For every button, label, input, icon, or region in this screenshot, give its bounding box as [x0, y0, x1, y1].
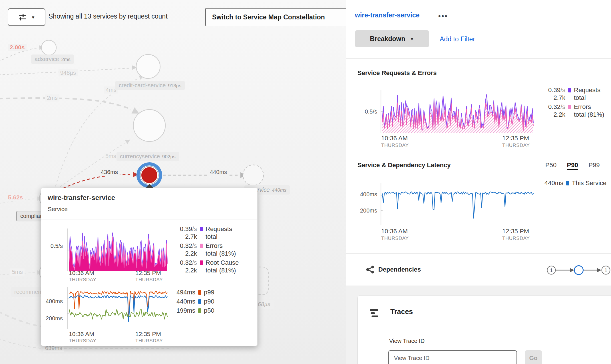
legend-row: 494msp99 — [175, 288, 214, 296]
x-end-day: THURSDAY — [135, 338, 163, 344]
switch-constellation-button[interactable]: Switch to Service Map Constellation — [205, 8, 346, 26]
upstream-count: 1 — [550, 267, 553, 273]
edge-latency-440ms: 440ms — [208, 169, 229, 176]
legend-row: 0.39/sRequests — [545, 86, 604, 94]
legend-swatch-spacer — [568, 96, 571, 100]
tooltip-latency-legend: 494msp99440msp90199msp50 — [175, 288, 214, 314]
divider — [346, 58, 611, 59]
label-adservice[interactable]: adservice2ms — [31, 54, 74, 64]
chevron-down-icon: ▼ — [31, 15, 35, 20]
latency-ytick-400: 400ms — [355, 191, 377, 198]
x-end-day: THURSDAY — [502, 143, 530, 148]
edge-latency-2s: 2.00s — [8, 44, 27, 51]
legend-swatch-icon — [568, 88, 571, 92]
legend-swatch-icon — [200, 244, 203, 248]
x-start-day: THURSDAY — [69, 338, 96, 344]
panel-latency-chart — [381, 183, 534, 226]
traces-card: Traces View Trace ID Go — [357, 295, 611, 364]
legend-row: 2.7ktotal — [545, 94, 604, 102]
service-latency: 902µs — [162, 154, 176, 159]
legend-row: 440msp90 — [175, 298, 214, 305]
requests-ytick-label: 0.5/s — [45, 243, 63, 249]
latency-ytick-200: 200ms — [42, 315, 63, 322]
tab-p50[interactable]: P50 — [545, 161, 556, 169]
divider — [346, 253, 611, 254]
legend-swatch-spacer — [200, 268, 203, 273]
label-credit-card-service[interactable]: credit-card-service913µs — [115, 81, 185, 90]
panel-requests-chart — [381, 90, 534, 133]
trace-id-input[interactable] — [388, 350, 517, 364]
x-start-time: 10:36 AM — [381, 135, 408, 142]
divider — [41, 219, 257, 219]
node-credit-card-service[interactable] — [136, 54, 160, 78]
service-map: 2.00s 948µs 2ms 4ms 5ms 436ms 440ms 5.62… — [0, 0, 346, 364]
legend-swatch-icon — [198, 308, 201, 313]
x-end-day: THURSDAY — [135, 277, 163, 283]
legend-swatch-icon — [200, 260, 203, 265]
chevron-down-icon: ▼ — [410, 37, 414, 41]
legend-swatch-spacer — [568, 112, 571, 117]
x-end-time: 12:35 PM — [502, 135, 529, 142]
x-start-time: 10:36 AM — [69, 270, 94, 276]
tab-p90[interactable]: P90 — [567, 161, 578, 170]
service-tooltip: wire-transfer-service Service 0.5/s 10:3… — [41, 188, 258, 346]
more-options-icon[interactable]: ••• — [438, 12, 448, 20]
panel-service-title-link[interactable]: wire-transfer-service — [355, 11, 419, 19]
node-currencyservice[interactable] — [133, 110, 165, 141]
legend-row: 0.39/sRequests — [176, 225, 239, 233]
traces-heading: Traces — [390, 308, 413, 316]
edge-latency-5ms-top: 5ms — [104, 153, 118, 160]
legend-row: 0.32/sErrors — [545, 103, 604, 111]
edge-latency-436ms: 436ms — [99, 169, 120, 176]
legend-row: 2.2ktotal (81%) — [176, 250, 239, 257]
service-latency: 913µs — [168, 83, 181, 88]
legend-row: 2.2ktotal (81%) — [545, 111, 604, 118]
breakdown-dropdown[interactable]: Breakdown ▼ — [355, 30, 429, 47]
edge-latency-5-62s: 5.62s — [6, 194, 25, 201]
go-button[interactable]: Go — [525, 350, 542, 364]
legend-row: 2.7ktotal — [176, 233, 239, 240]
legend-swatch-icon — [200, 227, 203, 231]
legend-swatch-spacer — [200, 251, 203, 256]
map-filter-button[interactable]: ▼ — [8, 8, 45, 26]
breakdown-label: Breakdown — [370, 35, 405, 43]
legend-row: 0.32/sRoot Cause — [176, 259, 239, 266]
service-latency: 440ms — [272, 187, 286, 193]
latency-ytick-200: 200ms — [355, 207, 377, 214]
node-inferred-service[interactable] — [243, 165, 264, 185]
x-end-time: 12:35 PM — [135, 270, 161, 276]
x-end-day: THURSDAY — [502, 236, 530, 241]
edge-latency-5ms-bottom: 5ms — [10, 268, 25, 276]
tooltip-pointer-icon — [146, 184, 154, 188]
current-service-node — [574, 266, 583, 275]
view-trace-id-label: View Trace ID — [389, 338, 425, 344]
tooltip-title: wire-transfer-service — [48, 194, 115, 202]
service-name: credit-card-service — [119, 82, 166, 88]
label-recommendation-service[interactable]: recommen — [11, 287, 45, 297]
legend-swatch-icon — [568, 105, 571, 109]
edge-latency-2ms: 2ms — [45, 94, 59, 102]
tooltip-requests-chart — [67, 228, 168, 271]
requests-ytick-label: 0.5/s — [357, 108, 377, 115]
tab-p99[interactable]: P99 — [588, 161, 600, 169]
service-latency: 2ms — [61, 57, 71, 62]
tooltip-requests-legend: 0.39/sRequests2.7ktotal0.32/sErrors2.2kt… — [176, 225, 239, 274]
legend-swatch-icon — [198, 299, 201, 304]
x-end-time: 12:35 PM — [502, 228, 529, 235]
edge-latency-948us: 948µs — [59, 69, 78, 76]
legend-swatch-spacer — [200, 234, 203, 239]
apm-service-map-screen: 2.00s 948µs 2ms 4ms 5ms 436ms 440ms 5.62… — [0, 0, 611, 364]
legend-row: 0.32/sErrors — [176, 242, 239, 250]
x-start-day: THURSDAY — [381, 143, 409, 148]
dependencies-mini-diagram[interactable]: 1 1 — [543, 264, 611, 276]
x-end-time: 12:35 PM — [135, 331, 161, 337]
node-adservice[interactable] — [41, 40, 56, 55]
dependencies-icon — [365, 265, 375, 274]
showing-services-text: Showing all 13 services by request count — [49, 13, 168, 20]
label-currencyservice[interactable]: currencyservice902µs — [116, 152, 179, 161]
add-to-filter-link[interactable]: Add to Filter — [440, 35, 475, 43]
tooltip-latency-chart — [67, 286, 168, 329]
traces-icon — [369, 308, 379, 318]
legend-row: 199msp50 — [175, 307, 214, 314]
legend-swatch-icon — [198, 290, 201, 295]
